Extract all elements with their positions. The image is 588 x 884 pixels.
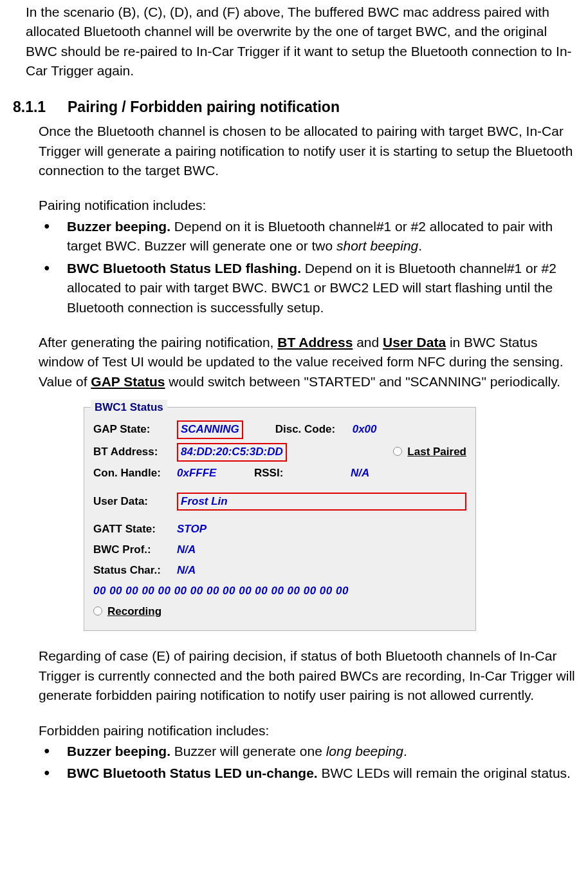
last-paired-radio[interactable] bbox=[393, 447, 402, 456]
paragraph-2: After generating the pairing notificatio… bbox=[39, 333, 575, 391]
gatt-state-value: STOP bbox=[177, 522, 207, 538]
forbid-bullet-buzzer: Buzzer beeping. Buzzer will generate one… bbox=[39, 742, 575, 761]
gatt-state-label: GATT State: bbox=[93, 522, 177, 538]
disc-code-value: 0x00 bbox=[353, 422, 377, 438]
status-char-label: Status Char.: bbox=[93, 563, 177, 579]
row-con-handle: Con. Handle: 0xFFFE RSSI: N/A bbox=[93, 466, 466, 482]
pair-bullet-buzzer-italic: short beeping bbox=[336, 238, 418, 253]
row-bt-address: BT Address: 84:DD:20:C5:3D:DD Last Paire… bbox=[93, 443, 466, 462]
forbid-bullet-buzzer-text-b: . bbox=[403, 744, 407, 758]
status-char-value: N/A bbox=[177, 563, 196, 579]
paragraph-3: Regarding of case (E) of pairing decisio… bbox=[39, 646, 575, 705]
section-title: Pairing / Forbidden pairing notification bbox=[68, 99, 340, 115]
row-hex: 00 00 00 00 00 00 00 00 00 00 00 00 00 0… bbox=[93, 583, 466, 599]
bwc-prof-label: BWC Prof.: bbox=[93, 542, 177, 558]
last-paired-label: Last Paired bbox=[407, 444, 466, 460]
intro-paragraph: In the scenario (B), (C), (D), and (F) a… bbox=[26, 3, 575, 81]
p2-b: and bbox=[353, 335, 383, 350]
disc-code-label: Disc. Code: bbox=[275, 422, 353, 438]
rssi-label: RSSI: bbox=[254, 466, 299, 482]
pair-bullet-led-bold: BWC Bluetooth Status LED flashing. bbox=[67, 261, 301, 276]
recording-label: Recording bbox=[107, 604, 161, 620]
recording-radio[interactable] bbox=[93, 607, 102, 616]
user-data-value: Frost Lin bbox=[177, 493, 466, 511]
p2-a: After generating the pairing notificatio… bbox=[39, 335, 277, 350]
panel-title: BWC1 Status bbox=[91, 400, 167, 416]
paragraph-1: Once the Bluetooth channel is chosen to … bbox=[39, 122, 575, 180]
rssi-value: N/A bbox=[351, 466, 369, 482]
pairing-notification-list: Buzzer beeping. Depend on it is Bluetoot… bbox=[39, 217, 575, 317]
row-bwc-prof: BWC Prof.: N/A bbox=[93, 541, 466, 558]
forbid-bullet-led: BWC Bluetooth Status LED un-change. BWC … bbox=[39, 764, 575, 783]
forbid-bullet-buzzer-text-a: Buzzer will generate one bbox=[170, 744, 326, 758]
bt-address-label: BT Address: bbox=[93, 444, 177, 460]
section-heading: 8.1.1 Pairing / Forbidden pairing notifi… bbox=[13, 97, 575, 118]
row-status-char: Status Char.: N/A bbox=[93, 562, 466, 579]
p2-bt-address: BT Address bbox=[277, 335, 353, 350]
con-handle-label: Con. Handle: bbox=[93, 466, 177, 482]
page: In the scenario (B), (C), (D), and (F) a… bbox=[0, 0, 588, 818]
bwc1-status-panel: BWC1 Status GAP State: SCANNING Disc. Co… bbox=[84, 407, 476, 631]
p2-gap-status: GAP Status bbox=[91, 374, 165, 389]
forbid-bullet-buzzer-italic: long beeping bbox=[326, 744, 403, 758]
user-data-label: User Data: bbox=[93, 494, 177, 510]
pair-bullet-buzzer-text-b: . bbox=[418, 238, 422, 253]
bt-address-value: 84:DD:20:C5:3D:DD bbox=[177, 443, 287, 462]
forbid-bullet-led-text: BWC LEDs will remain the original status… bbox=[318, 766, 571, 780]
forbid-bullet-buzzer-bold: Buzzer beeping. bbox=[67, 744, 170, 758]
pair-bullet-buzzer: Buzzer beeping. Depend on it is Bluetoot… bbox=[39, 217, 575, 256]
forbidden-notification-label: Forbidden pairing notification includes: bbox=[39, 721, 575, 740]
pair-bullet-buzzer-bold: Buzzer beeping. bbox=[67, 219, 170, 234]
p2-user-data: User Data bbox=[383, 335, 446, 350]
forbid-bullet-led-bold: BWC Bluetooth Status LED un-change. bbox=[67, 766, 318, 780]
row-recording: Recording bbox=[93, 603, 466, 620]
bwc-prof-value: N/A bbox=[177, 542, 196, 558]
row-gatt-state: GATT State: STOP bbox=[93, 521, 466, 538]
gap-state-label: GAP State: bbox=[93, 422, 177, 438]
forbidden-notification-list: Buzzer beeping. Buzzer will generate one… bbox=[39, 742, 575, 784]
row-user-data: User Data: Frost Lin bbox=[93, 493, 466, 511]
con-handle-value: 0xFFFE bbox=[177, 466, 254, 482]
row-gap-state: GAP State: SCANNING Disc. Code: 0x00 bbox=[93, 420, 466, 439]
p2-d: would switch between "STARTED" and "SCAN… bbox=[165, 374, 561, 389]
hex-line: 00 00 00 00 00 00 00 00 00 00 00 00 00 0… bbox=[93, 583, 349, 599]
section-number: 8.1.1 bbox=[13, 99, 46, 115]
gap-state-value: SCANNING bbox=[177, 420, 243, 439]
pairing-notification-label: Pairing notification includes: bbox=[39, 196, 575, 215]
pair-bullet-led: BWC Bluetooth Status LED flashing. Depen… bbox=[39, 259, 575, 317]
